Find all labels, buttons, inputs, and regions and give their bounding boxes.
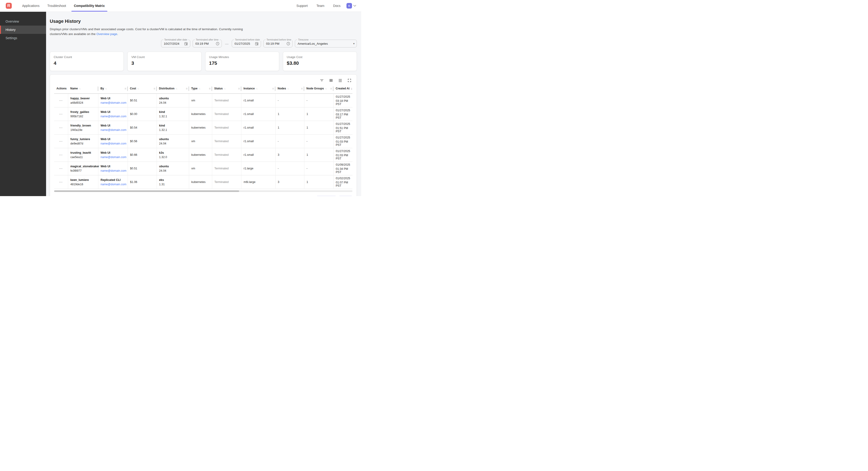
row-actions-button[interactable]: ••• xyxy=(59,167,63,170)
column-header-status[interactable]: Status↑↓= xyxy=(212,84,241,93)
type-cell: kubernetes xyxy=(189,107,212,121)
cost-cell: $0.51 xyxy=(128,162,157,175)
replicated-logo[interactable]: R xyxy=(6,3,12,9)
filter-terminated-after-time[interactable]: Terminated after time 03:19 PM xyxy=(193,40,222,48)
nav-link-team[interactable]: Team xyxy=(316,4,324,8)
stat-label: Cluster Count xyxy=(54,55,120,59)
sort-icon[interactable]: ↑↓ xyxy=(105,87,107,90)
column-label: Instance xyxy=(244,87,255,90)
nav-link-support[interactable]: Support xyxy=(297,4,308,8)
filter-timezone-select[interactable]: Timezone America/Los_Angeles ▾ xyxy=(295,40,357,48)
nav-tab-troubleshoot[interactable]: Troubleshoot xyxy=(44,0,69,11)
column-header-name[interactable]: Name↑↓ xyxy=(68,84,98,93)
sort-desc-icon[interactable]: ↓ xyxy=(351,87,352,90)
sidebar-item-history[interactable]: History xyxy=(0,26,46,34)
created-time: 01:03 PM PST xyxy=(336,140,350,147)
clock-icon xyxy=(216,42,220,46)
distribution-name: ubuntu xyxy=(159,97,187,100)
previous-page-button[interactable]: Previous xyxy=(317,196,336,196)
cluster-name: frosty_galileo xyxy=(70,110,96,114)
created-by-source: Web UI xyxy=(101,165,125,168)
created-by-email-link[interactable]: name@domain.com xyxy=(101,142,126,145)
column-header-by[interactable]: By↑↓= xyxy=(98,84,128,93)
column-header-node-groups[interactable]: Node Groups↑↓= xyxy=(304,84,333,93)
row-actions-button[interactable]: ••• xyxy=(59,181,63,183)
sort-icon[interactable]: ↑↓ xyxy=(224,87,226,90)
created-by-email-link[interactable]: name@domain.com xyxy=(101,128,126,131)
row-actions-button[interactable]: ••• xyxy=(59,154,63,156)
column-header-instance[interactable]: Instance↑↓= xyxy=(241,84,275,93)
column-resize-handle[interactable]: = xyxy=(186,87,187,90)
density-icon[interactable] xyxy=(338,78,342,83)
sort-icon[interactable]: ↑↓ xyxy=(325,87,327,90)
sidebar-item-settings[interactable]: Settings xyxy=(0,34,46,42)
stat-label: Usage Cost xyxy=(287,55,353,59)
nav-tab-compatibility-matrix[interactable]: Compatibility Matrix xyxy=(71,0,108,11)
column-resize-handle[interactable]: = xyxy=(209,87,211,90)
next-page-button[interactable]: Next xyxy=(339,196,352,196)
stat-card-cluster-count: Cluster Count 4 xyxy=(50,52,124,71)
row-actions-button[interactable]: ••• xyxy=(59,140,63,143)
row-actions-button[interactable]: ••• xyxy=(59,99,63,102)
filter-terminated-before-date[interactable]: Terminated before date 01/27/2025 xyxy=(232,40,261,48)
cluster-name: keen_lumiere xyxy=(70,178,96,182)
horizontal-scrollbar-thumb[interactable] xyxy=(54,190,239,192)
column-resize-handle[interactable]: = xyxy=(125,87,126,90)
sort-icon[interactable]: ↑↓ xyxy=(176,87,177,90)
row-actions-button[interactable]: ••• xyxy=(59,113,63,115)
column-header-type[interactable]: Type↑↓= xyxy=(189,84,212,93)
type-cell: vm xyxy=(189,135,212,148)
filter-label: Terminated before time xyxy=(266,38,292,41)
description-line2: clusters/VMs are available on the xyxy=(50,32,96,36)
distribution-name: kind xyxy=(159,124,187,127)
instance-cell: r1.small xyxy=(241,135,275,148)
sort-icon[interactable]: ↑↓ xyxy=(137,87,139,90)
column-resize-handle[interactable]: = xyxy=(272,87,274,90)
filter-icon[interactable] xyxy=(320,78,324,83)
column-label: Distribution xyxy=(159,87,175,90)
created-by-email-link[interactable]: name@domain.com xyxy=(101,101,126,105)
column-label: By xyxy=(100,87,104,90)
cluster-name: funny_lumiere xyxy=(70,138,96,141)
instance-cell: r1.small xyxy=(241,93,275,107)
overview-page-link[interactable]: Overview page xyxy=(96,32,117,36)
column-resize-handle[interactable]: = xyxy=(330,87,332,90)
column-resize-handle[interactable]: = xyxy=(154,87,155,90)
row-actions-button[interactable]: ••• xyxy=(59,126,63,129)
column-label: Type xyxy=(191,87,197,90)
column-resize-handle[interactable]: = xyxy=(238,87,240,90)
filter-label: Terminated before date xyxy=(234,38,261,41)
column-header-cost[interactable]: Cost↑↓= xyxy=(128,84,157,93)
created-by-email-link[interactable]: name@domain.com xyxy=(101,169,126,172)
sidebar: Overview History Settings xyxy=(0,12,46,196)
stat-cards: Cluster Count 4 VM Count 3 Usage Minutes… xyxy=(50,52,357,71)
nav-link-docs[interactable]: Docs xyxy=(333,4,340,8)
distribution-version: 24.04 xyxy=(159,101,187,105)
nav-tab-applications[interactable]: Applications xyxy=(19,0,42,11)
type-cell: vm xyxy=(189,162,212,175)
columns-icon[interactable] xyxy=(329,78,333,83)
sort-icon[interactable]: ↑↓ xyxy=(287,87,289,90)
account-menu[interactable]: K xyxy=(346,3,356,8)
sort-icon[interactable]: ↑↓ xyxy=(256,87,258,90)
instance-cell: r1.small xyxy=(241,148,275,162)
cluster-id: 4819de16 xyxy=(70,183,96,186)
app-window: R Applications Troubleshoot Compatibilit… xyxy=(0,0,361,196)
created-by-email-link[interactable]: name@domain.com xyxy=(101,183,126,186)
created-time: 01:51 PM PST xyxy=(336,126,350,133)
clock-icon xyxy=(286,42,290,46)
column-header-distribution[interactable]: Distribution↑↓= xyxy=(157,84,189,93)
created-by-email-link[interactable]: name@domain.com xyxy=(101,155,126,159)
sort-icon[interactable]: ↑↓ xyxy=(79,87,81,90)
column-header-nodes[interactable]: Nodes↑↓= xyxy=(275,84,304,93)
filter-terminated-before-time[interactable]: Terminated before time 03:19 PM xyxy=(263,40,292,48)
distribution-name: ubuntu xyxy=(159,165,187,168)
column-resize-handle[interactable]: = xyxy=(301,87,303,90)
sort-icon[interactable]: ↑↓ xyxy=(198,87,200,90)
column-header-created-at[interactable]: Created At↓ xyxy=(333,84,352,93)
created-by-email-link[interactable]: name@domain.com xyxy=(101,115,126,118)
created-by-source: Web UI xyxy=(101,151,125,154)
sidebar-item-overview[interactable]: Overview xyxy=(0,17,46,26)
fullscreen-icon[interactable] xyxy=(347,78,351,83)
filter-terminated-after-date[interactable]: Terminated after date 10/27/2024 xyxy=(161,40,190,48)
